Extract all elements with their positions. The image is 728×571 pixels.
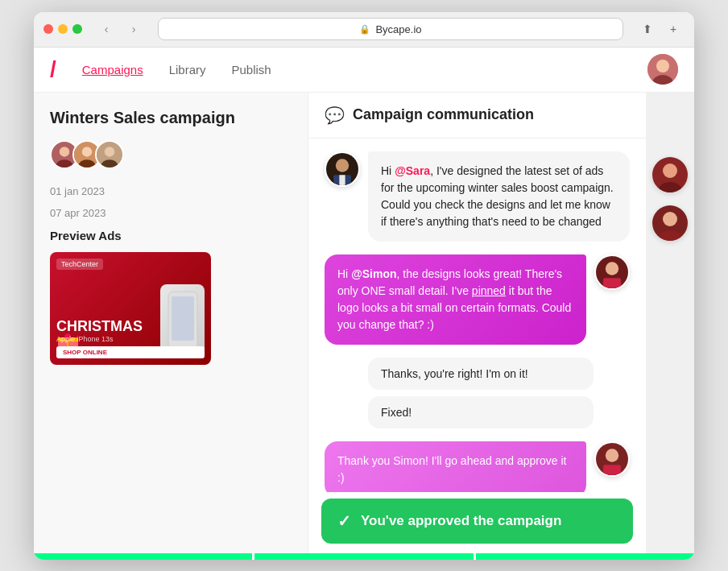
svg-point-1 bbox=[656, 60, 669, 72]
svg-point-4 bbox=[60, 147, 69, 156]
chat-messages: Hi @Sara, I've designed the latest set o… bbox=[308, 139, 646, 492]
message-row: Thank you Simon! I'll go ahead and appro… bbox=[325, 441, 630, 492]
svg-rect-22 bbox=[339, 175, 345, 185]
chat-title: Campaign communication bbox=[353, 106, 534, 123]
date-2: 07 apr 2023 bbox=[50, 207, 292, 219]
lock-icon: 🔒 bbox=[359, 24, 370, 35]
logo: / bbox=[50, 58, 56, 81]
svg-point-28 bbox=[606, 449, 618, 461]
side-avatar-1 bbox=[652, 157, 688, 192]
approval-text: You've approved the campaign bbox=[361, 513, 561, 529]
nav-campaigns[interactable]: Campaigns bbox=[82, 63, 143, 77]
left-panel: Winters Sales campaign 01 jan 2023 07 ap… bbox=[34, 93, 308, 553]
svg-point-7 bbox=[82, 147, 92, 156]
bubble-3: Thank you Simon! I'll go ahead and appro… bbox=[325, 441, 586, 492]
new-tab-button[interactable]: + bbox=[662, 18, 685, 40]
chat-panel: 💬 Campaign communication bbox=[308, 93, 646, 553]
ad-badge: TechCenter bbox=[56, 259, 103, 270]
chat-icon: 💬 bbox=[325, 106, 345, 125]
browser-actions: ⬆ + bbox=[636, 18, 685, 40]
back-button[interactable]: ‹ bbox=[95, 18, 118, 40]
ad-subtitle: Apple iPhone 13s bbox=[56, 335, 205, 343]
address-bar: 🔒 Bycape.io bbox=[158, 18, 623, 40]
team-avatar-3 bbox=[95, 140, 124, 169]
top-nav: / Campaigns Library Publish bbox=[34, 48, 694, 93]
svg-point-19 bbox=[336, 159, 349, 172]
close-button[interactable] bbox=[43, 24, 53, 34]
ad-cta: SHOP ONLINE bbox=[56, 346, 205, 358]
avatar-simon bbox=[325, 151, 360, 187]
neon-line-2 bbox=[254, 553, 473, 560]
ad-title: CHRISTMAS bbox=[56, 319, 205, 333]
svg-point-24 bbox=[606, 262, 618, 275]
svg-rect-26 bbox=[603, 278, 621, 288]
approval-banner: ✓ You've approved the campaign bbox=[321, 499, 633, 544]
svg-rect-30 bbox=[603, 465, 621, 475]
nav-library[interactable]: Library bbox=[169, 63, 206, 77]
neon-line-1 bbox=[34, 553, 252, 560]
minimize-button[interactable] bbox=[58, 24, 68, 34]
app-content: / Campaigns Library Publish Winters Sale… bbox=[34, 48, 694, 560]
checkmark-icon: ✓ bbox=[337, 511, 351, 531]
message-row: Hi @Simon, the designs looks great! Ther… bbox=[325, 254, 630, 345]
avatar-sara-1 bbox=[594, 254, 630, 290]
url-text: Bycape.io bbox=[375, 23, 421, 35]
side-avatar-2 bbox=[652, 205, 688, 241]
neon-line-3 bbox=[476, 553, 694, 560]
mention-sara: @Sara bbox=[395, 164, 430, 177]
date-1: 01 jan 2023 bbox=[50, 185, 292, 197]
main-layout: Winters Sales campaign 01 jan 2023 07 ap… bbox=[34, 93, 694, 553]
ad-preview: TechCenter CHRISTMAS Apple iPhone 13s SH… bbox=[50, 252, 211, 365]
campaign-title: Winters Sales campaign bbox=[50, 109, 292, 127]
avatar-sara-2 bbox=[594, 441, 630, 477]
bubble-small-group: Thanks, you're right! I'm on it! Fixed! bbox=[368, 358, 630, 428]
maximize-button[interactable] bbox=[72, 24, 82, 34]
forward-button[interactable]: › bbox=[122, 18, 145, 40]
bubble-small-2: Fixed! bbox=[368, 396, 594, 428]
neon-lines bbox=[34, 553, 694, 560]
side-avatars bbox=[646, 93, 694, 553]
chat-header: 💬 Campaign communication bbox=[308, 93, 646, 139]
share-button[interactable]: ⬆ bbox=[636, 18, 659, 40]
browser-window: ‹ › 🔒 Bycape.io ⬆ + / Campaigns Library … bbox=[34, 12, 694, 560]
user-avatar[interactable] bbox=[647, 54, 678, 85]
mention-simon: @Simon bbox=[351, 267, 396, 280]
pinned-link: pinned bbox=[472, 284, 506, 297]
svg-point-32 bbox=[663, 163, 677, 178]
team-avatars bbox=[50, 140, 292, 169]
message-row: Hi @Sara, I've designed the latest set o… bbox=[325, 151, 630, 242]
nav-links: Campaigns Library Publish bbox=[82, 63, 622, 77]
browser-nav: ‹ › bbox=[95, 18, 145, 40]
browser-titlebar: ‹ › 🔒 Bycape.io ⬆ + bbox=[34, 12, 694, 48]
svg-point-35 bbox=[663, 212, 677, 226]
preview-ads-label: Preview Ads bbox=[50, 229, 292, 242]
nav-publish[interactable]: Publish bbox=[232, 63, 271, 77]
bubble-1: Hi @Sara, I've designed the latest set o… bbox=[368, 151, 630, 242]
svg-point-10 bbox=[105, 147, 114, 156]
bubble-2: Hi @Simon, the designs looks great! Ther… bbox=[325, 254, 586, 345]
bubble-small-1: Thanks, you're right! I'm on it! bbox=[368, 358, 594, 390]
traffic-lights bbox=[43, 24, 82, 34]
